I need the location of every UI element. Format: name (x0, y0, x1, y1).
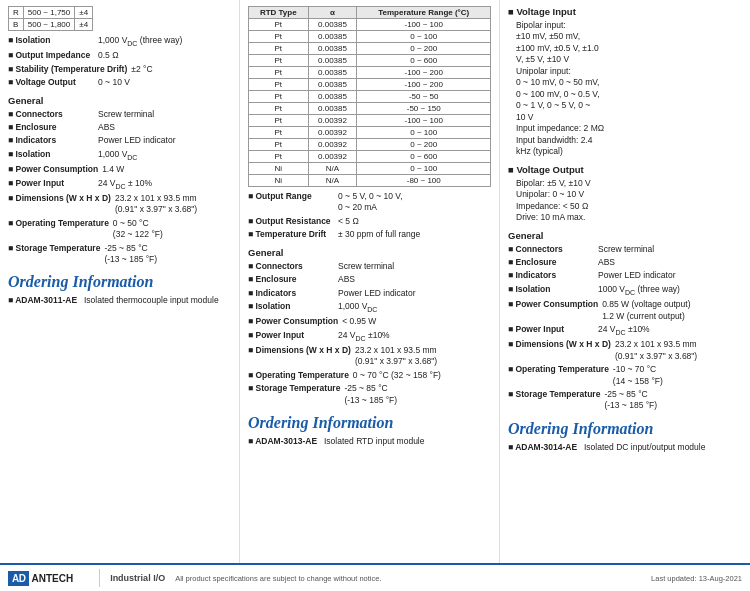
ordering-code-3: ■ ADAM-3014-AE (508, 442, 578, 452)
rtd-cell: Ni (249, 163, 309, 175)
rtd-cell: Pt (249, 127, 309, 139)
spec-key: ■ Power Consumption (248, 316, 342, 327)
rtd-cell: 0.00392 (308, 127, 357, 139)
spec-val: -25 ~ 85 °C(-13 ~ 185 °F) (604, 389, 657, 412)
spec-val: < 5 Ω (338, 216, 359, 227)
ordering-title-3: Ordering Information (508, 420, 742, 438)
spec-item: ■ Indicators Power LED indicator (508, 270, 742, 281)
spec-key: ■ Power Consumption (8, 164, 102, 175)
spec-item: ■ Storage Temperature -25 ~ 85 °C(-13 ~ … (248, 383, 491, 406)
logo-adv: AD (8, 571, 29, 586)
rtd-cell: 0.00392 (308, 151, 357, 163)
footer-divider (99, 569, 100, 587)
rtd-cell: 0.00385 (308, 19, 357, 31)
rtd-cell: Pt (249, 79, 309, 91)
spec-item: ■ Output Range 0 ~ 5 V, 0 ~ 10 V,0 ~ 20 … (248, 191, 491, 214)
spec-val: Power LED indicator (598, 270, 675, 281)
rtd-cell: N/A (308, 163, 357, 175)
spec-val: 0 ~ 50 °C(32 ~ 122 °F) (113, 218, 163, 241)
rtd-cell: -100 ~ 200 (357, 67, 491, 79)
spec-val: 23.2 x 101 x 93.5 mm(0.91" x 3.97" x 3.6… (355, 345, 437, 368)
spec-item: ■ Connectors Screw terminal (508, 244, 742, 255)
spec-item: ■ Storage Temperature -25 ~ 85 °C(-13 ~ … (508, 389, 742, 412)
rtd-cell: -100 ~ 200 (357, 79, 491, 91)
ordering-title-1: Ordering Information (8, 273, 231, 291)
spec-key: ■ Dimensions (W x H x D) (248, 345, 355, 368)
ordering-item-2: ■ ADAM-3013-AE Isolated RTD input module (248, 436, 491, 446)
spec-key: ■ Operating Temperature (8, 218, 113, 241)
rtd-cell: 0.00385 (308, 31, 357, 43)
rtd-cell: Pt (249, 139, 309, 151)
rtd-cell: 0 ~ 100 (357, 127, 491, 139)
rb-cell: 500 ~ 1,750 (23, 7, 74, 19)
spec-val: -25 ~ 85 °C(-13 ~ 185 °F) (104, 243, 157, 266)
spec-item: ■ Storage Temperature -25 ~ 85 °C(-13 ~ … (8, 243, 231, 266)
spec-val: ABS (98, 122, 115, 133)
spec-val: Power LED indicator (98, 135, 175, 146)
spec-val: < 0.95 W (342, 316, 376, 327)
rtd-cell: 0 ~ 100 (357, 163, 491, 175)
spec-key: ■ Isolation (508, 284, 598, 297)
column-3: ■ Voltage Input Bipolar input: ±10 mV, ±… (500, 0, 750, 563)
rtd-cell: Ni (249, 175, 309, 187)
spec-item: ■ Isolation 1,000 VDC (three way) (8, 35, 231, 48)
rtd-cell: 0.00385 (308, 103, 357, 115)
spec-val: 0.5 Ω (98, 50, 119, 61)
spec-item: ■ Operating Temperature -10 ~ 70 °C(14 ~… (508, 364, 742, 387)
rtd-header: Temperature Range (°C) (357, 7, 491, 19)
rtd-cell: 0.00385 (308, 43, 357, 55)
spec-key: ■ Dimensions (W x H x D) (8, 193, 115, 216)
ordering-desc-3: Isolated DC input/output module (584, 442, 705, 452)
general-title-2: General (248, 247, 491, 258)
column-2: RTD Type α Temperature Range (°C) Pt0.00… (240, 0, 500, 563)
rtd-cell: -50 ~ 150 (357, 103, 491, 115)
rtd-cell: 0.00392 (308, 115, 357, 127)
ordering-item-3: ■ ADAM-3014-AE Isolated DC input/output … (508, 442, 742, 452)
voltage-input-val: Bipolar input: ±10 mV, ±50 mV, ±100 mV, … (516, 20, 742, 158)
spec-key: ■ Connectors (508, 244, 598, 255)
rtd-cell: -50 ~ 50 (357, 91, 491, 103)
spec-item: ■ Power Input 24 VDC ± 10% (8, 178, 231, 191)
ordering-code-2: ■ ADAM-3013-AE (248, 436, 318, 446)
rtd-cell: Pt (249, 19, 309, 31)
spec-item: ■ Output Impedance 0.5 Ω (8, 50, 231, 61)
footer-note: All product specifications are subject t… (175, 574, 651, 583)
page: R 500 ~ 1,750 ±4 B 500 ~ 1,800 ±4 ■ Isol… (0, 0, 750, 591)
rb-cell: R (9, 7, 24, 19)
spec-val: Screw terminal (338, 261, 394, 272)
spec-item: ■ Isolation 1000 VDC (three way) (508, 284, 742, 297)
voltage-output-val: Bipolar: ±5 V, ±10 V Unipolar: 0 ~ 10 V … (516, 178, 742, 224)
rtd-cell: 0.00385 (308, 67, 357, 79)
ordering-code-1: ■ ADAM-3011-AE (8, 295, 78, 305)
rb-cell: 500 ~ 1,800 (23, 19, 74, 31)
rtd-cell: 0 ~ 200 (357, 43, 491, 55)
rtd-cell: -100 ~ 100 (357, 115, 491, 127)
spec-key: ■ Enclosure (508, 257, 598, 268)
general-specs-1: ■ Connectors Screw terminal ■ Enclosure … (8, 109, 231, 266)
spec-item: ■ Power Input 24 VDC ±10% (248, 330, 491, 343)
rtd-header: RTD Type (249, 7, 309, 19)
voltage-input-title: ■ Voltage Input (508, 6, 742, 17)
spec-key: ■ Storage Temperature (508, 389, 604, 412)
ordering-title-2: Ordering Information (248, 414, 491, 432)
ordering-desc-2: Isolated RTD input module (324, 436, 424, 446)
spec-val: 1000 VDC (three way) (598, 284, 680, 297)
general-title-1: General (8, 95, 231, 106)
general-specs-2: ■ Connectors Screw terminal ■ Enclosure … (248, 261, 491, 406)
spec-val: 0.85 W (voltage output)1.2 W (current ou… (602, 299, 690, 322)
spec-val: ± 30 ppm of full range (338, 229, 420, 240)
spec-key: ■ Isolation (8, 149, 98, 162)
rtd-cell: Pt (249, 115, 309, 127)
spec-key: ■ Power Input (248, 330, 338, 343)
footer-industrial: Industrial I/O (110, 573, 165, 583)
spec-val: Screw terminal (598, 244, 654, 255)
spec-item: ■ Voltage Output 0 ~ 10 V (8, 77, 231, 88)
rtd-cell: 0.00392 (308, 139, 357, 151)
spec-item: ■ Dimensions (W x H x D) 23.2 x 101 x 93… (248, 345, 491, 368)
spec-item: ■ Stability (Temperature Drift) ±2 °C (8, 64, 231, 75)
footer-date: Last updated: 13-Aug-2021 (651, 574, 742, 583)
rtd-cell: Pt (249, 43, 309, 55)
spec-key: ■ Power Consumption (508, 299, 602, 322)
spec-item: ■ Temperature Drift ± 30 ppm of full ran… (248, 229, 491, 240)
logo: ADANTECH (8, 571, 75, 586)
